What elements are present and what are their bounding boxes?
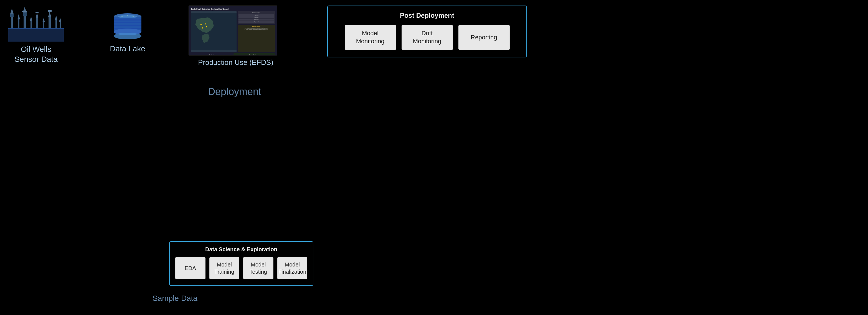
data-science-box: Data Science & Exploration EDA ModelTrai… xyxy=(169,241,313,286)
data-science-items: EDA ModelTraining ModelTesting ModelFina… xyxy=(175,257,307,279)
svg-rect-19 xyxy=(48,10,52,12)
svg-point-33 xyxy=(114,33,142,39)
svg-rect-1 xyxy=(11,17,13,28)
svg-point-36 xyxy=(127,15,128,17)
svg-marker-23 xyxy=(59,18,61,22)
svg-rect-29 xyxy=(114,22,142,23)
svg-point-40 xyxy=(205,23,206,24)
post-deployment-item-reporting: Reporting xyxy=(458,25,510,50)
svg-point-42 xyxy=(202,27,203,29)
svg-rect-10 xyxy=(31,21,32,28)
svg-marker-21 xyxy=(55,15,57,20)
svg-marker-16 xyxy=(42,18,45,22)
data-science-title: Data Science & Exploration xyxy=(175,246,307,253)
svg-rect-6 xyxy=(24,15,26,28)
efds-stats-title: Some Statistics: xyxy=(234,54,274,56)
efds-region-item-2: Region 2 xyxy=(239,17,274,18)
svg-rect-30 xyxy=(114,25,142,26)
svg-marker-3 xyxy=(10,8,13,14)
svg-rect-22 xyxy=(60,22,61,28)
main-canvas: Oil Wells Sensor Data xyxy=(0,0,868,315)
svg-rect-4 xyxy=(18,20,20,28)
efds-alert-1: ⚠ Faulty transient state detected at wel… xyxy=(239,28,274,29)
oil-wells-section: Oil Wells Sensor Data xyxy=(5,5,67,65)
svg-rect-12 xyxy=(36,18,38,28)
data-science-item-eda: EDA xyxy=(175,257,206,279)
efds-region-item-4: Region 4 xyxy=(239,21,274,23)
data-science-item-model-training: ModelTraining xyxy=(209,257,240,279)
efds-dashboard-title: Early Fault Detection System Dashboard xyxy=(191,8,275,10)
post-deployment-section: Post Deployment ModelMonitoring DriftMon… xyxy=(327,5,527,57)
efds-map-area xyxy=(191,11,237,52)
post-deployment-item-drift-monitoring: DriftMonitoring xyxy=(402,25,453,50)
oil-wells-icon xyxy=(8,5,64,41)
efds-alerts-title: Alerts Today: xyxy=(239,26,274,27)
svg-rect-14 xyxy=(35,12,38,13)
efds-alerts: Alerts Today: ⚠ Faulty transient state d… xyxy=(238,25,275,52)
data-science-section: Data Science & Exploration EDA ModelTrai… xyxy=(169,241,313,286)
efds-select-region: Select region Region 1 Region 2 Region 3… xyxy=(238,11,275,24)
efds-region-item-1: Region 1 xyxy=(239,14,274,16)
data-lake-icon xyxy=(111,11,144,41)
post-deployment-items: ModelMonitoring DriftMonitoring Reportin… xyxy=(335,25,519,50)
svg-rect-28 xyxy=(114,20,142,21)
svg-rect-9 xyxy=(22,11,27,12)
svg-marker-5 xyxy=(18,14,20,20)
efds-label: Production Use (EFDS) xyxy=(189,58,283,67)
post-deployment-title: Post Deployment xyxy=(335,12,519,20)
svg-rect-20 xyxy=(56,20,57,28)
svg-marker-13 xyxy=(36,12,38,18)
svg-point-41 xyxy=(206,26,207,27)
post-deployment-box: Post Deployment ModelMonitoring DriftMon… xyxy=(327,5,527,57)
svg-point-37 xyxy=(132,16,134,17)
data-science-item-model-finalization: ModelFinalization xyxy=(277,257,308,279)
svg-rect-15 xyxy=(43,22,44,28)
svg-rect-24 xyxy=(8,28,64,29)
svg-point-39 xyxy=(200,24,202,25)
efds-region-item-3: Region 3 xyxy=(239,19,274,21)
deployment-label: Deployment xyxy=(208,86,261,98)
efds-select-title: Select region xyxy=(239,12,274,13)
data-lake-section: Data Lake xyxy=(103,11,153,53)
data-lake-label: Data Lake xyxy=(103,44,153,53)
svg-marker-18 xyxy=(48,11,51,17)
efds-dashboard: Early Fault Detection System Dashboard xyxy=(189,5,277,56)
svg-rect-25 xyxy=(8,29,64,41)
svg-rect-7 xyxy=(23,12,27,16)
data-science-item-model-testing: ModelTesting xyxy=(243,257,273,279)
svg-rect-2 xyxy=(10,14,13,17)
svg-rect-17 xyxy=(49,17,51,28)
efds-alert-2: ⚠ Faulty transient state detected at wel… xyxy=(239,29,274,30)
efds-section: Early Fault Detection System Dashboard xyxy=(189,5,283,67)
post-deployment-item-model-monitoring: ModelMonitoring xyxy=(345,25,396,50)
efds-right-panel: Select region Region 1 Region 2 Region 3… xyxy=(238,11,275,52)
oil-wells-label: Oil Wells Sensor Data xyxy=(5,44,67,65)
svg-point-35 xyxy=(121,16,123,17)
svg-marker-11 xyxy=(30,16,32,21)
efds-analysis-title: Analysis: xyxy=(192,54,231,56)
sample-data-label: Sample Data xyxy=(153,294,197,303)
